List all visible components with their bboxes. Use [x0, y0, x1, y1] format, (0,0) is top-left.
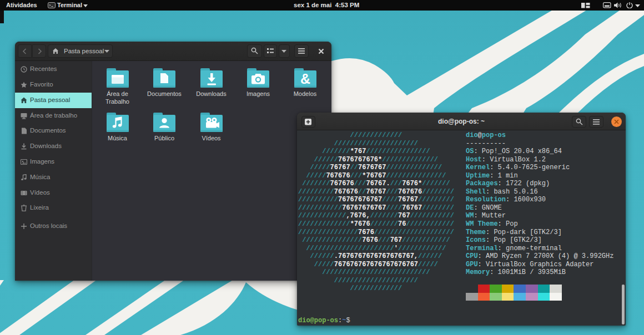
svg-text:&: &: [300, 71, 310, 87]
